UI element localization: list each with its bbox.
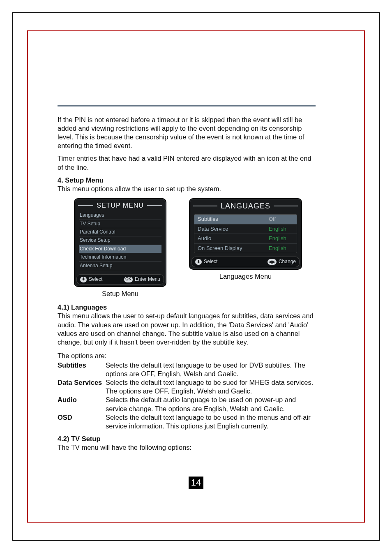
panel-title-wrap: SETUP MENU (75, 199, 166, 211)
option-key: OSD (58, 413, 106, 430)
panel-title-wrap: LANGUAGES (190, 199, 301, 212)
menu-item: Service Setup (79, 236, 161, 245)
menu-item: TV Setup (79, 220, 161, 228)
menu-item: Antenna Setup (79, 262, 161, 270)
footer-select-group: ⬍ Select (80, 276, 102, 282)
figure-setup-menu: SETUP MENU LanguagesTV SetupParental Con… (74, 198, 166, 298)
option-key: Data Services (58, 378, 106, 396)
menu-item: Parental Control (79, 228, 161, 236)
option-key: Audio (58, 396, 106, 413)
setup-menu-list: LanguagesTV SetupParental ControlService… (75, 211, 166, 273)
language-row: SubtitlesOff (194, 215, 297, 224)
option-key: Subtitles (58, 361, 106, 378)
header-rule (58, 105, 316, 106)
languages-body: SubtitlesOffData ServiceEnglishAudioEngl… (190, 212, 301, 255)
updown-icon: ⬍ (80, 277, 87, 282)
language-value: English (269, 235, 293, 242)
paragraph-setup-intro: This menu options allow the user to set … (58, 185, 316, 193)
footer-enter-group: OK Enter Menu (124, 276, 160, 282)
options-wrap: The options are: SubtitlesSelects the de… (58, 352, 316, 430)
language-row: AudioEnglish (194, 234, 297, 244)
title-line-left (193, 206, 217, 206)
language-key: Audio (198, 235, 269, 242)
language-row: Data ServiceEnglish (194, 224, 297, 234)
option-row: SubtitlesSelects the default text langua… (58, 361, 316, 378)
languages-rows: SubtitlesOffData ServiceEnglishAudioEngl… (194, 214, 297, 254)
title-line-right (274, 206, 298, 206)
footer-select-group: ⬍ Select (195, 259, 217, 265)
footer-select-label: Select (204, 259, 217, 265)
content-column: If the PIN is not entered before a timeo… (58, 105, 316, 456)
paragraph-timer: Timer entries that have had a valid PIN … (58, 154, 316, 171)
option-row: OSDSelects the default text language to … (58, 413, 316, 430)
page-number-wrap: 14 (28, 477, 364, 489)
language-key: Subtitles (198, 216, 269, 223)
ok-icon: OK (124, 277, 133, 282)
title-line-right (147, 205, 162, 206)
setup-menu-footer: ⬍ Select OK Enter Menu (76, 274, 164, 285)
option-value: Selects the default text language to be … (106, 361, 316, 378)
paragraph-pin: If the PIN is not entered before a timeo… (58, 116, 316, 150)
option-row: AudioSelects the default audio language … (58, 396, 316, 413)
option-value: Selects the default audio language to be… (106, 396, 316, 413)
options-table: SubtitlesSelects the default text langua… (58, 361, 316, 430)
figures-row: SETUP MENU LanguagesTV SetupParental Con… (74, 198, 316, 298)
page-border-outer: If the PIN is not entered before a timeo… (12, 12, 380, 541)
footer-change-label: Change (279, 259, 296, 265)
paragraph-tv-setup: The TV menu will have the following opti… (58, 443, 316, 452)
heading-languages: 4.1) Languages (58, 303, 316, 312)
heading-setup-menu: 4. Setup Menu (58, 176, 316, 185)
menu-item: Check For Download (79, 245, 161, 253)
leftright-icon: ◀▶ (267, 259, 277, 265)
setup-menu-title: SETUP MENU (93, 201, 147, 210)
language-value: English (269, 226, 293, 233)
updown-icon: ⬍ (195, 259, 202, 265)
language-key: Data Service (198, 226, 269, 233)
paragraph-languages: This menu allows the user to set-up defa… (58, 312, 316, 346)
menu-item: Technical Information (79, 253, 161, 261)
caption-languages: Languages Menu (219, 272, 272, 281)
menu-item: Languages (79, 211, 161, 220)
page-border-inner: If the PIN is not entered before a timeo… (27, 30, 365, 523)
setup-menu-panel: SETUP MENU LanguagesTV SetupParental Con… (74, 198, 166, 287)
footer-enter-label: Enter Menu (135, 276, 160, 282)
languages-title: LANGUAGES (217, 201, 274, 211)
figure-languages: LANGUAGES SubtitlesOffData ServiceEnglis… (189, 198, 302, 298)
language-value: Off (269, 216, 293, 223)
language-key: On Screen Display (198, 245, 269, 252)
option-value: Selects the default text language to be … (106, 378, 316, 396)
language-value: English (269, 245, 293, 252)
footer-change-group: ◀▶ Change (267, 259, 296, 265)
option-row: Data ServicesSelects the default text la… (58, 378, 316, 396)
languages-footer: ⬍ Select ◀▶ Change (191, 257, 300, 267)
languages-panel: LANGUAGES SubtitlesOffData ServiceEnglis… (189, 198, 302, 270)
language-row: On Screen DisplayEnglish (194, 244, 297, 253)
page-number: 14 (189, 477, 203, 489)
option-value: Selects the default text language to be … (106, 413, 316, 430)
options-intro: The options are: (58, 352, 316, 360)
title-line-left (78, 205, 93, 206)
heading-tv-setup: 4.2) TV Setup (58, 435, 316, 443)
caption-setup-menu: Setup Menu (102, 289, 138, 298)
footer-select-label: Select (89, 276, 102, 282)
